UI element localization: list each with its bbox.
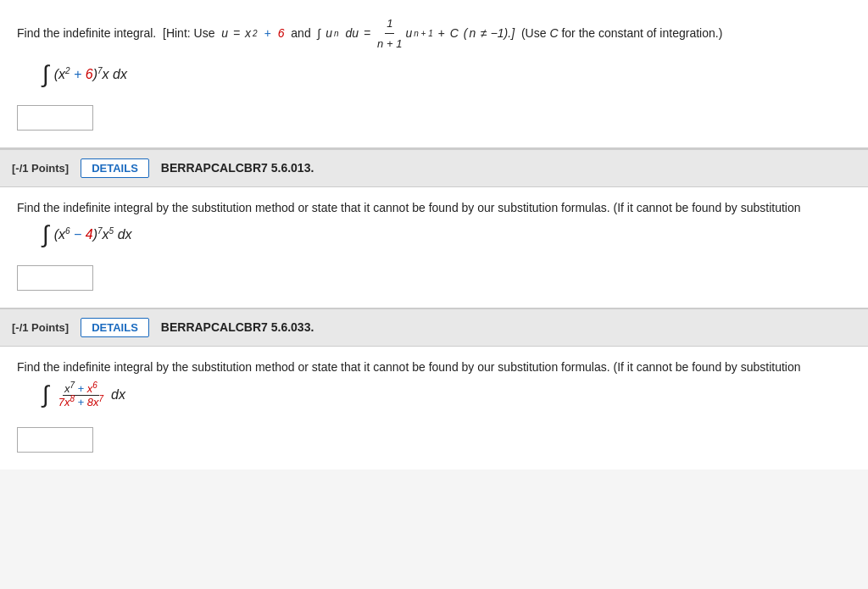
problem-2-integral: ∫ (x6 − 4)7x5 dx (42, 223, 851, 247)
answer-input-1[interactable] (17, 105, 93, 131)
section-2-points: [-/1 Points] (12, 162, 69, 175)
problem-1-integral: ∫ (x2 + 6)7x dx (42, 63, 851, 86)
integral-fraction-3: x7 + x6 7x8 + 8x7 (57, 382, 105, 408)
section-3-header: [-/1 Points] DETAILS BERRAPCALCBR7 5.6.0… (0, 308, 868, 347)
hint-u-expression: u = x2 + 6 (221, 23, 284, 44)
fraction-numerator-3: x7 + x6 (63, 382, 99, 396)
integral-symbol-2: ∫ (42, 223, 49, 247)
hint-and: and (287, 23, 314, 44)
problem-2-text: Find the indefinite integral by the subs… (17, 201, 851, 214)
problem-3-section: Find the indefinite integral by the subs… (0, 347, 868, 470)
answer-input-2[interactable] (17, 265, 93, 291)
problem-1-hint: Find the indefinite integral. [Hint: Use… (17, 14, 851, 54)
integral-expression-2: (x6 − 4)7x5 dx (54, 227, 132, 242)
problem-3-integral: ∫ x7 + x6 7x8 + 8x7 dx (42, 382, 851, 408)
problem-2-section: Find the indefinite integral by the subs… (0, 187, 868, 308)
details-button-2[interactable]: DETAILS (81, 158, 149, 178)
section-3-code: BERRAPCALCBR7 5.6.033. (161, 320, 314, 334)
details-button-3[interactable]: DETAILS (81, 318, 149, 337)
dx-label-3: dx (111, 387, 125, 403)
answer-input-3[interactable] (17, 427, 93, 453)
integral-symbol-3: ∫ (42, 383, 49, 407)
problem-3-text: Find the indefinite integral by the subs… (17, 360, 851, 374)
problem-1-section: Find the indefinite integral. [Hint: Use… (0, 0, 868, 148)
section-2-code: BERRAPCALCBR7 5.6.013. (161, 161, 314, 175)
fraction-denominator-3: 7x8 + 8x7 (57, 396, 105, 408)
integral-symbol-1: ∫ (42, 63, 49, 86)
integral-expression-1: (x2 + 6)7x dx (54, 67, 127, 82)
hint-integral-formula: ∫ un du = 1 n + 1 un + 1 + C (n ≠ −1).] (318, 14, 515, 54)
section-2-header: [-/1 Points] DETAILS BERRAPCALCBR7 5.6.0… (0, 148, 868, 187)
hint-use-c: (Use C for the constant of integration.) (518, 23, 722, 44)
hint-text-prefix: Find the indefinite integral. [Hint: Use (17, 23, 218, 44)
section-3-points: [-/1 Points] (12, 321, 69, 334)
